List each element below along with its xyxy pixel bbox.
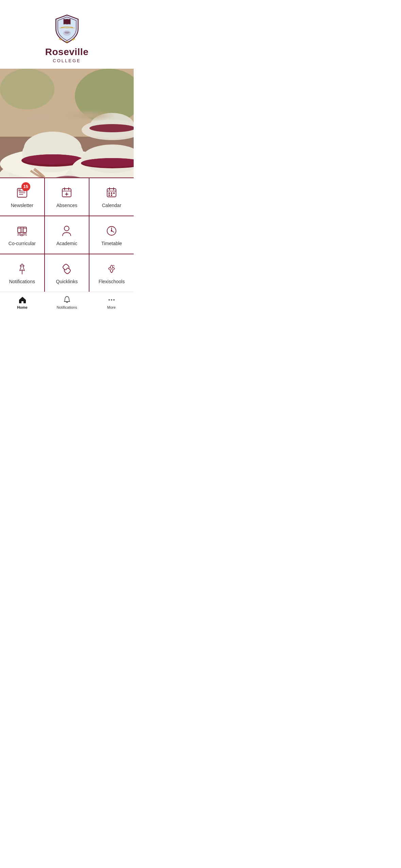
- cocurricular-label: Co-curricular: [9, 241, 36, 246]
- menu-item-flexischools[interactable]: Flexischools: [89, 254, 134, 292]
- svg-point-7: [0, 157, 107, 177]
- svg-point-42: [109, 193, 110, 194]
- newsletter-badge: 15: [21, 182, 30, 191]
- svg-point-14: [82, 120, 134, 140]
- flexischools-label: Flexischools: [99, 279, 125, 285]
- svg-point-21: [82, 158, 134, 167]
- svg-point-17: [65, 160, 134, 177]
- svg-point-44: [114, 193, 115, 194]
- menu-item-academic[interactable]: Academic: [45, 216, 89, 254]
- menu-item-newsletter[interactable]: 15 Newsletter: [0, 178, 44, 216]
- timetable-label: Timetable: [101, 241, 122, 246]
- svg-point-53: [64, 226, 69, 231]
- svg-point-46: [111, 195, 112, 196]
- absences-icon: [60, 186, 73, 199]
- bell-nav-icon: [63, 295, 71, 304]
- svg-point-9: [0, 149, 105, 177]
- svg-rect-3: [0, 69, 134, 177]
- menu-item-timetable[interactable]: Timetable: [89, 216, 134, 254]
- academic-icon: [60, 224, 73, 237]
- college-logo: VERITAS OMNIA VINCIT: [52, 14, 82, 44]
- svg-point-57: [111, 231, 112, 232]
- svg-rect-29: [17, 188, 22, 192]
- svg-point-43: [111, 193, 112, 194]
- svg-point-12: [21, 154, 84, 167]
- menu-item-quicklinks[interactable]: Quicklinks: [45, 254, 89, 292]
- svg-point-24: [48, 176, 88, 177]
- notifications-nav-label: Notifications: [57, 305, 77, 309]
- menu-grid: 15 Newsletter: [0, 177, 134, 292]
- academic-label: Academic: [56, 241, 77, 246]
- bottom-navigation: Home Notifications More: [0, 292, 134, 314]
- svg-point-11: [24, 132, 82, 166]
- menu-item-cocurricular[interactable]: Co-curricular: [0, 216, 44, 254]
- header-section: VERITAS OMNIA VINCIT Roseville COLLEGE: [0, 0, 134, 69]
- svg-point-18: [71, 153, 134, 177]
- notifications-menu-icon: [16, 262, 29, 275]
- notifications-label: Notifications: [9, 279, 35, 285]
- svg-point-5: [0, 69, 54, 109]
- college-name: Roseville: [45, 47, 88, 57]
- svg-point-16: [89, 124, 134, 132]
- svg-text:VERITAS OMNIA VINCIT: VERITAS OMNIA VINCIT: [59, 27, 75, 29]
- svg-point-4: [75, 69, 134, 123]
- more-nav-icon: [107, 295, 116, 304]
- svg-point-20: [81, 158, 134, 168]
- newsletter-label: Newsletter: [11, 203, 33, 208]
- svg-point-8: [9, 157, 97, 177]
- quicklinks-icon: [60, 262, 73, 275]
- svg-point-19: [82, 144, 134, 173]
- absences-label: Absences: [56, 203, 77, 208]
- svg-point-65: [113, 299, 115, 301]
- home-nav-label: Home: [17, 305, 28, 309]
- svg-point-45: [109, 195, 110, 196]
- menu-item-calendar[interactable]: Calendar: [89, 178, 134, 216]
- nav-notifications[interactable]: Notifications: [45, 292, 89, 314]
- timetable-icon: [105, 224, 118, 237]
- svg-line-60: [66, 268, 68, 270]
- more-nav-label: More: [107, 305, 116, 309]
- svg-point-10: [22, 135, 83, 172]
- nav-more[interactable]: More: [89, 292, 134, 314]
- svg-rect-6: [0, 137, 134, 177]
- menu-item-notifications[interactable]: Notifications: [0, 254, 44, 292]
- college-subtitle: COLLEGE: [53, 58, 81, 63]
- svg-point-15: [90, 113, 134, 139]
- calendar-icon: [105, 186, 118, 199]
- svg-point-64: [111, 299, 112, 301]
- menu-item-absences[interactable]: Absences: [45, 178, 89, 216]
- flexischools-icon: [105, 262, 118, 275]
- hero-image: [0, 69, 134, 177]
- svg-point-63: [108, 299, 110, 301]
- home-nav-icon: [18, 295, 27, 304]
- cocurricular-icon: [16, 224, 29, 237]
- calendar-label: Calendar: [102, 203, 121, 208]
- quicklinks-label: Quicklinks: [56, 279, 78, 285]
- svg-point-61: [111, 268, 112, 270]
- svg-point-13: [23, 154, 83, 165]
- nav-home[interactable]: Home: [0, 292, 45, 314]
